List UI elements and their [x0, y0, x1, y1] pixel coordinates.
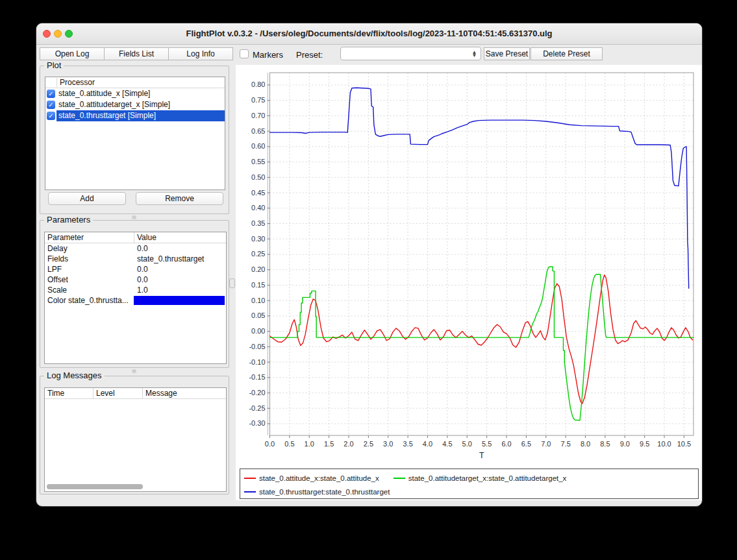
- legend-item: state_0.attitudetarget_x:state_0.attitud…: [393, 474, 567, 482]
- svg-text:5.0: 5.0: [462, 440, 472, 448]
- svg-text:0.30: 0.30: [251, 235, 265, 243]
- svg-text:5.5: 5.5: [482, 440, 492, 448]
- parameter-name: Fields: [45, 254, 134, 264]
- title-bar[interactable]: FlightPlot v.0.3.2 - /Users/oleg/Documen…: [36, 23, 702, 45]
- legend-line-swatch: [244, 478, 256, 479]
- parameters-panel: Parameters Parameter Value Delay0.0Field…: [40, 220, 229, 368]
- flight-chart[interactable]: -0.30-0.25-0.20-0.15-0.10-0.050.000.050.…: [236, 65, 703, 465]
- plot-panel-title: Plot: [44, 60, 64, 70]
- remove-button[interactable]: Remove: [136, 192, 223, 205]
- item-checkbox[interactable]: ✓: [47, 112, 55, 120]
- parameters-panel-title: Parameters: [44, 215, 93, 225]
- svg-text:6.0: 6.0: [501, 440, 511, 448]
- svg-text:8.5: 8.5: [600, 440, 610, 448]
- parameter-name: Offset: [45, 274, 134, 285]
- chart-area: -0.30-0.25-0.20-0.15-0.10-0.050.000.050.…: [236, 65, 703, 500]
- svg-text:0.60: 0.60: [251, 142, 265, 150]
- parameter-row[interactable]: Fieldsstate_0.thrusttarget: [45, 254, 226, 264]
- log-messages-panel: Log Messages Time Level Message: [40, 376, 229, 494]
- fields-list-button[interactable]: Fields List: [104, 47, 169, 60]
- vertical-splitter-handle[interactable]: [229, 278, 235, 288]
- item-label: state_0.thrusttarget [Simple]: [56, 110, 225, 121]
- add-button[interactable]: Add: [48, 192, 126, 205]
- processor-list-item[interactable]: ✓state_0.attitude_x [Simple]: [45, 88, 225, 99]
- parameter-row[interactable]: Offset0.0: [45, 274, 226, 285]
- parameter-name: Scale: [45, 285, 134, 295]
- svg-text:-0.05: -0.05: [249, 343, 265, 350]
- svg-text:7.0: 7.0: [541, 440, 551, 448]
- legend-line-swatch: [244, 491, 256, 493]
- log-messages-table[interactable]: Time Level Message: [44, 387, 227, 492]
- processor-list-item[interactable]: ✓state_0.attitudetarget_x [Simple]: [45, 99, 225, 110]
- log-messages-panel-title: Log Messages: [44, 371, 105, 380]
- svg-text:0.15: 0.15: [251, 281, 265, 289]
- svg-text:10.5: 10.5: [677, 440, 691, 448]
- processor-list-item[interactable]: ✓state_0.thrusttarget [Simple]: [45, 110, 225, 121]
- parameter-value[interactable]: 1.0: [134, 285, 226, 295]
- parameter-value[interactable]: 0.0: [134, 274, 226, 285]
- svg-text:0.75: 0.75: [251, 96, 265, 104]
- svg-text:-0.25: -0.25: [249, 404, 265, 412]
- color-parameter-row[interactable]: Color state_0.thrustta...: [45, 295, 226, 306]
- svg-text:2.0: 2.0: [344, 440, 353, 448]
- message-column-header: Message: [142, 388, 226, 398]
- level-column-header: Level: [93, 388, 142, 398]
- svg-text:0.55: 0.55: [251, 158, 265, 165]
- legend-item: state_0.attitude_x:state_0.attitude_x: [244, 474, 379, 482]
- horizontal-splitter-handle-2[interactable]: [132, 369, 136, 373]
- parameter-value[interactable]: state_0.thrusttarget: [134, 254, 226, 264]
- horizontal-splitter-handle[interactable]: [132, 215, 136, 219]
- svg-text:3.0: 3.0: [383, 440, 393, 448]
- parameter-value[interactable]: 0.0: [134, 264, 226, 274]
- value-column-header: Value: [134, 232, 226, 243]
- item-checkbox[interactable]: ✓: [47, 90, 55, 98]
- svg-text:7.5: 7.5: [561, 440, 571, 448]
- svg-text:10.0: 10.0: [657, 440, 671, 448]
- item-label: state_0.attitude_x [Simple]: [56, 88, 225, 99]
- processor-column-header: Processor: [45, 77, 225, 88]
- svg-text:0.65: 0.65: [251, 127, 265, 135]
- svg-text:0.0: 0.0: [265, 440, 275, 448]
- legend-label: state_0.thrusttarget:state_0.thrusttarge…: [259, 488, 390, 496]
- legend-label: state_0.attitude_x:state_0.attitude_x: [259, 474, 379, 482]
- svg-text:0.80: 0.80: [251, 80, 265, 88]
- svg-text:0.40: 0.40: [251, 204, 265, 212]
- svg-text:-0.20: -0.20: [249, 389, 265, 396]
- parameter-name: Color state_0.thrustta...: [45, 295, 134, 306]
- preset-label: Preset:: [296, 50, 323, 60]
- svg-text:0.00: 0.00: [251, 327, 265, 335]
- svg-text:-0.15: -0.15: [249, 373, 265, 381]
- svg-text:4.0: 4.0: [423, 440, 432, 448]
- svg-text:0.35: 0.35: [251, 219, 265, 227]
- parameters-table[interactable]: Parameter Value Delay0.0Fieldsstate_0.th…: [44, 232, 227, 364]
- svg-text:0.5: 0.5: [284, 440, 294, 448]
- flightplot-window: FlightPlot v.0.3.2 - /Users/oleg/Documen…: [36, 23, 703, 507]
- save-preset-button[interactable]: Save Preset: [484, 47, 530, 60]
- svg-text:0.10: 0.10: [251, 297, 265, 304]
- processor-list[interactable]: Processor ✓state_0.attitude_x [Simple]✓s…: [45, 77, 225, 190]
- legend-label: state_0.attitudetarget_x:state_0.attitud…: [408, 474, 567, 482]
- parameter-value[interactable]: 0.0: [134, 243, 226, 254]
- svg-text:8.0: 8.0: [581, 440, 590, 448]
- parameter-row[interactable]: Delay0.0: [45, 243, 226, 254]
- combobox-stepper-icon[interactable]: ▲▼: [469, 47, 480, 60]
- log-info-button[interactable]: Log Info: [168, 47, 233, 60]
- preset-combobox[interactable]: ▲▼: [340, 47, 481, 60]
- item-checkbox[interactable]: ✓: [47, 101, 55, 109]
- time-column-header: Time: [45, 388, 93, 398]
- svg-text:9.0: 9.0: [620, 440, 630, 448]
- parameter-row[interactable]: Scale1.0: [45, 285, 226, 295]
- legend-line-swatch: [393, 478, 405, 479]
- parameter-row[interactable]: LPF0.0: [45, 264, 226, 274]
- parameter-name: LPF: [45, 264, 134, 274]
- delete-preset-button[interactable]: Delete Preset: [531, 47, 603, 60]
- plot-panel: Plot Processor ✓state_0.attitude_x [Simp…: [40, 66, 229, 214]
- color-swatch[interactable]: [134, 296, 225, 305]
- markers-checkbox[interactable]: [240, 49, 249, 58]
- horizontal-scrollbar-thumb[interactable]: [47, 484, 143, 489]
- svg-text:0.45: 0.45: [251, 189, 265, 197]
- svg-text:3.5: 3.5: [403, 440, 412, 448]
- svg-text:0.50: 0.50: [251, 173, 265, 181]
- open-log-button[interactable]: Open Log: [40, 47, 105, 60]
- svg-text:0.25: 0.25: [251, 250, 265, 258]
